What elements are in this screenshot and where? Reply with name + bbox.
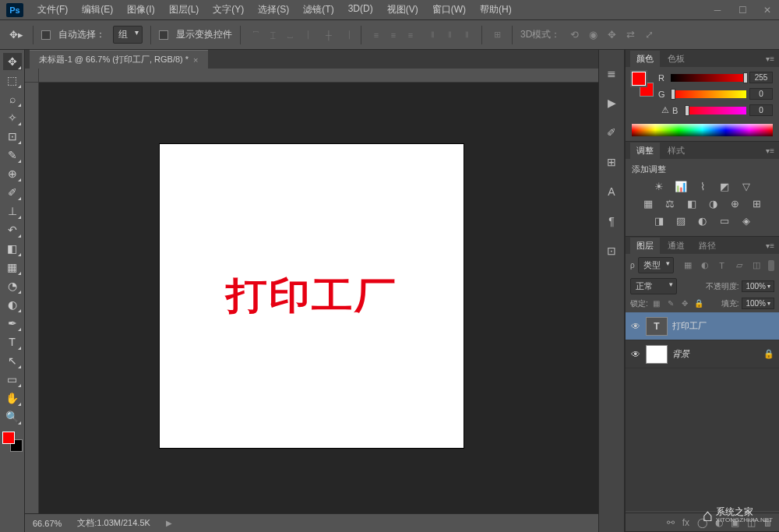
roll-3d-icon[interactable]: ◉ [587, 29, 599, 41]
canvas[interactable]: 打印工厂 [160, 144, 464, 448]
posterize-icon[interactable]: ▨ [673, 214, 689, 227]
auto-align-icon[interactable]: ⊞ [490, 28, 504, 42]
r-value[interactable]: 255 [749, 72, 773, 83]
history-brush-tool[interactable]: ↶ [3, 221, 22, 238]
distribute-bottom-icon[interactable]: ≡ [404, 28, 418, 42]
clone-panel-icon[interactable]: ⊞ [604, 154, 619, 170]
hand-tool[interactable]: ✋ [3, 389, 22, 407]
stamp-tool[interactable]: ⊥ [3, 203, 22, 220]
properties-panel-icon[interactable]: ⊡ [604, 243, 619, 259]
minimize-button[interactable]: ─ [712, 5, 723, 16]
shape-tool[interactable]: ▭ [3, 371, 22, 388]
move-tool[interactable]: ✥ [3, 53, 22, 70]
lock-transparent-icon[interactable]: ▦ [651, 298, 662, 309]
align-vcenter-icon[interactable]: ⌶ [266, 28, 280, 42]
align-left-icon[interactable]: ⎸ [305, 28, 319, 42]
visibility-toggle-icon[interactable]: 👁 [630, 321, 641, 332]
distribute-hcenter-icon[interactable]: ⦀ [442, 28, 456, 42]
ruler-horizontal[interactable] [39, 69, 598, 83]
auto-select-dropdown[interactable]: 组 [113, 26, 143, 44]
menu-file[interactable]: 文件(F) [31, 2, 74, 18]
curves-icon[interactable]: ⌇ [695, 180, 710, 192]
panel-color-swatches[interactable] [632, 72, 654, 97]
filter-adjust-icon[interactable]: ◐ [699, 260, 711, 271]
distribute-vcenter-icon[interactable]: ≡ [386, 28, 400, 42]
menu-view[interactable]: 视图(V) [381, 2, 425, 18]
tab-paths[interactable]: 路径 [693, 238, 722, 254]
filter-pixel-icon[interactable]: ▦ [682, 260, 694, 271]
color-ramp[interactable] [632, 124, 773, 136]
path-select-tool[interactable]: ↖ [3, 352, 22, 369]
canvas-text-layer[interactable]: 打印工厂 [226, 271, 397, 321]
panel-menu-icon[interactable]: ▾≡ [766, 55, 774, 63]
menu-image[interactable]: 图像(I) [121, 2, 160, 18]
b-value[interactable]: 0 [749, 104, 773, 116]
fill-value[interactable]: 100% [742, 298, 774, 309]
filter-toggle[interactable] [768, 260, 774, 271]
maximize-button[interactable]: ☐ [737, 5, 748, 16]
color-swatch[interactable] [2, 432, 23, 452]
pan-3d-icon[interactable]: ✥ [605, 29, 618, 41]
menu-filter[interactable]: 滤镜(T) [297, 2, 340, 18]
panel-menu-icon[interactable]: ▾≡ [766, 146, 774, 155]
balance-icon[interactable]: ⚖ [662, 197, 678, 210]
wand-tool[interactable]: ✧ [3, 109, 22, 126]
r-slider[interactable] [671, 74, 746, 82]
close-button[interactable]: ✕ [762, 5, 773, 16]
hue-icon[interactable]: ▦ [640, 197, 656, 210]
foreground-color[interactable] [2, 432, 15, 444]
type-tool[interactable]: T [3, 333, 22, 351]
align-hcenter-icon[interactable]: ┼ [322, 28, 336, 42]
auto-select-checkbox[interactable] [41, 30, 51, 40]
actions-panel-icon[interactable]: ▶ [604, 95, 619, 111]
align-top-icon[interactable]: ⎴ [249, 28, 263, 42]
brush-panel-icon[interactable]: ✐ [604, 125, 619, 140]
crop-tool[interactable]: ⊡ [3, 128, 22, 145]
eyedropper-tool[interactable]: ✎ [3, 146, 22, 164]
filter-smart-icon[interactable]: ◫ [750, 260, 763, 271]
tool-preset-picker[interactable]: ✥▸ [9, 27, 25, 43]
selective-color-icon[interactable]: ◈ [738, 214, 754, 227]
canvas-viewport[interactable]: 打印工厂 [25, 69, 598, 513]
scale-3d-icon[interactable]: ⤢ [643, 29, 655, 41]
link-layers-icon[interactable]: ⚯ [667, 517, 675, 528]
tab-channels[interactable]: 通道 [661, 238, 691, 254]
gradient-map-icon[interactable]: ▭ [717, 214, 732, 227]
tab-color[interactable]: 颜色 [630, 51, 660, 67]
visibility-toggle-icon[interactable]: 👁 [630, 349, 641, 360]
dodge-tool[interactable]: ◐ [3, 296, 22, 313]
layer-thumbnail[interactable]: T [646, 317, 668, 336]
vibrance-icon[interactable]: ▽ [738, 180, 754, 192]
close-tab-icon[interactable]: × [193, 55, 198, 65]
zoom-tool[interactable]: 🔍 [3, 408, 22, 425]
blur-tool[interactable]: ◔ [3, 277, 22, 294]
menu-help[interactable]: 帮助(H) [474, 2, 518, 18]
menu-layer[interactable]: 图层(L) [163, 2, 206, 18]
channel-mixer-icon[interactable]: ⊕ [728, 197, 743, 210]
layer-thumbnail[interactable] [646, 345, 668, 364]
menu-edit[interactable]: 编辑(E) [76, 2, 119, 18]
opacity-value[interactable]: 100% [742, 280, 774, 292]
panel-foreground-swatch[interactable] [632, 72, 646, 86]
menu-type[interactable]: 文字(Y) [206, 2, 250, 18]
lock-position-icon[interactable]: ✥ [679, 298, 690, 309]
align-right-icon[interactable]: ⎹ [339, 28, 353, 42]
filter-shape-icon[interactable]: ▱ [733, 260, 746, 271]
lock-all-icon[interactable]: 🔒 [693, 298, 704, 309]
layer-name[interactable]: 打印工厂 [672, 320, 774, 332]
tab-styles[interactable]: 样式 [661, 143, 691, 159]
show-transform-checkbox[interactable] [159, 30, 168, 40]
document-tab[interactable]: 未标题-1 @ 66.7% (打印工厂, RGB/8) * × [30, 50, 208, 69]
brush-tool[interactable]: ✐ [3, 184, 22, 201]
history-panel-icon[interactable]: ≣ [604, 65, 619, 81]
tab-layers[interactable]: 图层 [630, 238, 660, 254]
layer-item[interactable]: 👁 T 打印工厂 [626, 312, 779, 340]
marquee-tool[interactable]: ⬚ [3, 72, 22, 89]
slide-3d-icon[interactable]: ⇄ [624, 29, 636, 41]
pen-tool[interactable]: ✒ [3, 315, 22, 332]
menu-select[interactable]: 选择(S) [252, 2, 295, 18]
character-panel-icon[interactable]: A [604, 184, 619, 199]
menu-3d[interactable]: 3D(D) [342, 2, 379, 18]
healing-tool[interactable]: ⊕ [3, 165, 22, 182]
gamut-warning-icon[interactable]: ⚠ [661, 105, 669, 115]
